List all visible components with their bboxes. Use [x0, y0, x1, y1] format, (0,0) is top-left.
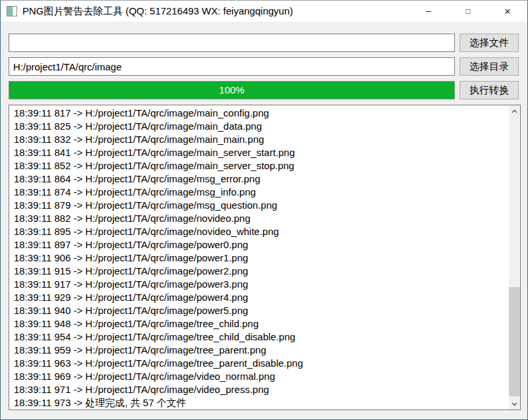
log-line: 18:39:11 915 -> H:/project1/TA/qrc/image… — [14, 265, 507, 278]
log-line: 18:39:11 879 -> H:/project1/TA/qrc/image… — [14, 199, 507, 212]
log-line: 18:39:11 832 -> H:/project1/TA/qrc/image… — [14, 133, 507, 146]
log-line: 18:39:11 971 -> H:/project1/TA/qrc/image… — [14, 383, 507, 396]
maximize-icon: □ — [465, 7, 470, 16]
log-line: 18:39:11 841 -> H:/project1/TA/qrc/image… — [14, 146, 507, 159]
maximize-button[interactable]: □ — [448, 1, 488, 22]
log-line: 18:39:11 954 -> H:/project1/TA/qrc/image… — [14, 330, 507, 344]
log-line: 18:39:11 963 -> H:/project1/TA/qrc/image… — [14, 357, 507, 370]
log-line: 18:39:11 940 -> H:/project1/TA/qrc/image… — [14, 304, 507, 317]
log-line: 18:39:11 929 -> H:/project1/TA/qrc/image… — [14, 291, 507, 304]
progress-label: 100% — [9, 82, 454, 99]
log-lines: 18:39:11 817 -> H:/project1/TA/qrc/image… — [14, 107, 507, 409]
log-line: 18:39:11 864 -> H:/project1/TA/qrc/image… — [14, 172, 507, 186]
scrollbar-thumb[interactable] — [509, 287, 520, 396]
log-line: 18:39:11 895 -> H:/project1/TA/qrc/image… — [14, 225, 507, 238]
log-line: 18:39:11 917 -> H:/project1/TA/qrc/image… — [14, 278, 507, 291]
scroll-down-button[interactable] — [509, 398, 520, 409]
close-button[interactable]: ✕ — [488, 1, 527, 22]
caption-buttons: – □ ✕ — [409, 1, 527, 22]
log-line: 18:39:11 948 -> H:/project1/TA/qrc/image… — [14, 317, 507, 330]
log-line: 18:39:11 874 -> H:/project1/TA/qrc/image… — [14, 186, 507, 199]
window-title: PNG图片警告去除工具 (QQ: 517216493 WX: feiyangqi… — [22, 1, 293, 22]
close-icon: ✕ — [504, 7, 512, 16]
log-line: 18:39:11 897 -> H:/project1/TA/qrc/image… — [14, 238, 507, 251]
log-line: 18:39:11 969 -> H:/project1/TA/qrc/image… — [14, 370, 507, 383]
log-line: 18:39:11 825 -> H:/project1/TA/qrc/image… — [14, 120, 507, 133]
log-output[interactable]: 18:39:11 817 -> H:/project1/TA/qrc/image… — [9, 105, 521, 410]
execute-convert-button[interactable]: 执行转换 — [460, 81, 519, 99]
app-window: PNG图片警告去除工具 (QQ: 517216493 WX: feiyangqi… — [0, 0, 528, 420]
app-window-icon — [7, 6, 17, 16]
title-bar[interactable]: PNG图片警告去除工具 (QQ: 517216493 WX: feiyangqi… — [1, 1, 527, 22]
minimize-button[interactable]: – — [409, 1, 448, 22]
chevron-down-icon — [512, 402, 517, 406]
vertical-scrollbar[interactable] — [509, 105, 520, 409]
scroll-up-button[interactable] — [509, 105, 520, 117]
select-file-button[interactable]: 选择文件 — [460, 34, 519, 52]
log-line: 18:39:11 959 -> H:/project1/TA/qrc/image… — [14, 344, 507, 357]
minimize-icon: – — [426, 5, 431, 16]
log-line: 18:39:11 852 -> H:/project1/TA/qrc/image… — [14, 159, 507, 172]
log-line: 18:39:11 973 -> 处理完成, 共 57 个文件 — [14, 396, 507, 409]
progress-bar: 100% — [9, 81, 455, 99]
directory-path-input[interactable] — [9, 57, 455, 76]
log-line: 18:39:11 882 -> H:/project1/TA/qrc/image… — [14, 212, 507, 225]
chevron-up-icon — [512, 109, 517, 113]
log-line: 18:39:11 817 -> H:/project1/TA/qrc/image… — [14, 107, 507, 120]
log-line: 18:39:11 906 -> H:/project1/TA/qrc/image… — [14, 251, 507, 265]
select-directory-button[interactable]: 选择目录 — [460, 57, 519, 76]
file-path-input[interactable] — [9, 34, 455, 52]
